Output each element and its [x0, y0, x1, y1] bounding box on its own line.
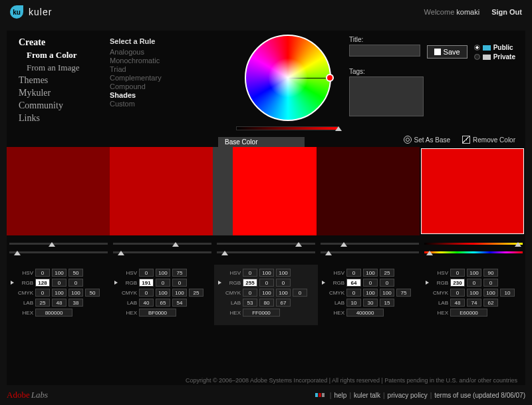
value-box[interactable]: 67	[276, 299, 291, 307]
nav-community[interactable]: Community	[19, 100, 98, 111]
rule-monochromatic[interactable]: Monochromatic	[110, 57, 186, 65]
value-box[interactable]: 0	[346, 289, 361, 297]
value-box[interactable]: 100	[52, 269, 66, 277]
value-box[interactable]: 100	[467, 289, 481, 297]
footer-link-help[interactable]: help	[334, 392, 346, 399]
value-box[interactable]: 64	[346, 279, 361, 287]
wheel-marker[interactable]	[326, 74, 334, 82]
value-box[interactable]: 0	[293, 289, 307, 297]
value-box[interactable]: 0	[450, 269, 465, 277]
value-box[interactable]: 100	[259, 269, 274, 277]
hex-box[interactable]: BF0000	[139, 309, 176, 317]
value-box[interactable]: 100	[156, 289, 170, 297]
nav-mykuler[interactable]: Mykuler	[19, 88, 98, 98]
value-box[interactable]: 100	[380, 289, 394, 297]
value-box[interactable]: 0	[450, 289, 465, 297]
slider-handle-icon[interactable]	[49, 242, 55, 247]
footer-link-privacy[interactable]: privacy policy	[388, 392, 428, 399]
value-box[interactable]: 53	[243, 299, 257, 307]
value-box[interactable]: 100	[363, 289, 378, 297]
value-box[interactable]: 75	[172, 269, 187, 277]
swatch-5-selected[interactable]	[421, 148, 524, 234]
rule-shades[interactable]: Shades	[110, 91, 186, 99]
hex-box[interactable]: E60000	[450, 309, 487, 317]
rule-complementary[interactable]: Complementary	[110, 74, 186, 82]
slider-2-bottom[interactable]	[113, 251, 211, 253]
value-box[interactable]: 40	[139, 299, 154, 307]
nav-create[interactable]: Create	[19, 37, 98, 48]
value-box[interactable]: 100	[68, 289, 83, 297]
value-box[interactable]: 0	[363, 279, 378, 287]
value-box[interactable]: 38	[68, 299, 83, 307]
nav-themes[interactable]: Themes	[19, 75, 98, 86]
value-box[interactable]: 100	[172, 289, 187, 297]
color-wheel[interactable]	[245, 35, 331, 121]
nav-from-image[interactable]: From an Image	[27, 63, 98, 73]
value-box[interactable]: 50	[85, 289, 100, 297]
nav-from-color[interactable]: From a Color	[27, 50, 98, 61]
swatch-3-base[interactable]	[213, 147, 316, 235]
slider-handle-icon[interactable]	[426, 251, 433, 255]
value-box[interactable]: 30	[363, 299, 378, 307]
rule-compound[interactable]: Compound	[110, 82, 186, 90]
slider-handle-icon[interactable]	[172, 242, 179, 247]
value-box[interactable]: 65	[156, 299, 170, 307]
play-icon[interactable]	[426, 281, 429, 285]
value-box[interactable]: 100	[467, 269, 481, 277]
slider-4-bottom[interactable]	[321, 251, 419, 253]
value-box[interactable]: 54	[172, 299, 187, 307]
swatch-4[interactable]	[317, 147, 420, 235]
swatch-1[interactable]	[7, 147, 110, 235]
set-as-base-button[interactable]: Set As Base	[404, 136, 450, 144]
value-box[interactable]: 0	[346, 269, 361, 277]
value-box[interactable]: 62	[483, 299, 498, 307]
swatch-2[interactable]	[110, 147, 213, 235]
value-box[interactable]: 0	[52, 279, 66, 287]
save-button[interactable]: Save	[427, 45, 467, 59]
slider-5-top[interactable]	[424, 243, 523, 245]
footer-link-talk[interactable]: kuler talk	[354, 392, 380, 399]
value-box[interactable]: 128	[35, 279, 50, 287]
value-box[interactable]: 80	[259, 299, 274, 307]
slider-4-top[interactable]	[321, 243, 419, 245]
value-box[interactable]: 50	[68, 269, 83, 277]
value-box[interactable]: 75	[396, 289, 411, 297]
value-box[interactable]: 0	[139, 289, 154, 297]
value-box[interactable]: 48	[52, 299, 66, 307]
value-box[interactable]: 0	[243, 269, 257, 277]
value-box[interactable]: 90	[483, 269, 498, 277]
slider-3-bottom[interactable]	[217, 251, 315, 253]
slider-handle-icon[interactable]	[340, 242, 347, 247]
value-box[interactable]: 25	[380, 269, 394, 277]
value-box[interactable]: 100	[259, 289, 274, 297]
value-box[interactable]: 0	[276, 279, 291, 287]
footer-link-terms[interactable]: terms of use (updated 8/06/07)	[434, 392, 525, 399]
title-input[interactable]	[349, 45, 420, 57]
value-box[interactable]: 100	[52, 289, 66, 297]
value-box[interactable]: 100	[276, 289, 291, 297]
hex-box[interactable]: 800000	[35, 309, 72, 317]
slider-handle-icon[interactable]	[14, 251, 21, 255]
value-box[interactable]: 0	[35, 289, 50, 297]
rule-analogous[interactable]: Analogous	[110, 48, 186, 56]
value-box[interactable]: 15	[380, 299, 394, 307]
value-box[interactable]: 0	[172, 279, 187, 287]
nav-links[interactable]: Links	[19, 113, 98, 124]
tags-input[interactable]	[349, 76, 424, 116]
brightness-handle-icon[interactable]	[335, 126, 342, 131]
rule-custom[interactable]: Custom	[110, 100, 186, 108]
value-box[interactable]: 100	[483, 289, 498, 297]
visibility-private[interactable]: Private	[474, 53, 515, 61]
value-box[interactable]: 100	[276, 269, 291, 277]
hex-box[interactable]: FF0000	[243, 309, 280, 317]
value-box[interactable]: 0	[156, 279, 170, 287]
value-box[interactable]: 10	[346, 299, 361, 307]
slider-1-bottom[interactable]	[9, 251, 108, 253]
value-box[interactable]: 0	[35, 269, 50, 277]
value-box[interactable]: 25	[189, 289, 203, 297]
value-box[interactable]: 0	[467, 279, 481, 287]
value-box[interactable]: 230	[450, 279, 465, 287]
value-box[interactable]: 255	[243, 279, 257, 287]
value-box[interactable]: 191	[139, 279, 154, 287]
remove-color-button[interactable]: Remove Color	[462, 136, 515, 144]
